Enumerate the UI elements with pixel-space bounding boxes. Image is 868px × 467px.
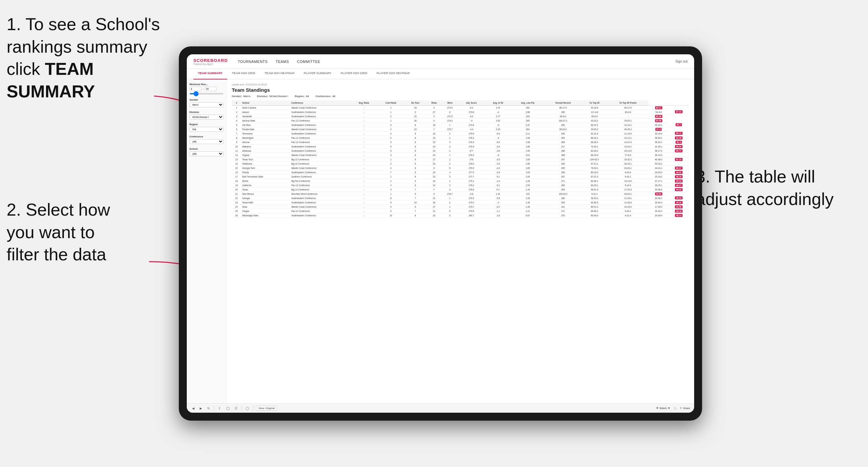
table-cell: 1 bbox=[442, 179, 458, 183]
nav-committee[interactable]: COMMITTEE bbox=[297, 58, 320, 65]
table-cell: 278.2 bbox=[458, 183, 485, 187]
min-rounds-max-input[interactable] bbox=[205, 87, 217, 91]
sign-out-button[interactable]: Sign out bbox=[675, 60, 687, 63]
table-cell: 1.39 bbox=[511, 205, 545, 209]
table-cell: 48.13 bbox=[669, 213, 689, 218]
table-cell: - bbox=[350, 192, 377, 196]
rounds-slider-container bbox=[189, 92, 223, 95]
toolbar-share-ios[interactable]: ⇧ bbox=[217, 406, 222, 411]
table-cell: 9 bbox=[405, 205, 426, 209]
table-cell: 7 bbox=[405, 196, 426, 200]
table-cell: 1.98 bbox=[511, 140, 545, 145]
filter-division-value: NCAA Division I bbox=[270, 95, 288, 98]
table-cell: 82-28-2 bbox=[582, 149, 608, 153]
tab-team-h2h-heatmap[interactable]: TEAM H2H HEATMAP bbox=[260, 69, 299, 80]
table-cell: 16 bbox=[232, 170, 241, 175]
table-cell: 10-23-0 bbox=[608, 205, 648, 209]
table-cell: - bbox=[350, 110, 377, 114]
toolbar-sep-3 bbox=[253, 406, 253, 411]
table-cell: 60-39-2 bbox=[582, 213, 608, 218]
table-cell: Pac-12 Conference bbox=[290, 183, 351, 187]
table-row: 26Mississippi StateSoutheastern Conferen… bbox=[232, 213, 689, 218]
watch-button[interactable]: 👁 Watch ▼ bbox=[656, 407, 670, 410]
table-cell: - bbox=[350, 149, 377, 153]
table-cell: 279.1 bbox=[458, 179, 485, 183]
table-cell: 95-29-2 bbox=[545, 127, 582, 131]
tab-player-h2h-heatmap[interactable]: PLAYER H2H HEATMAP bbox=[372, 69, 415, 80]
table-cell: 6 bbox=[405, 123, 426, 127]
table-cell: 104-42-3 bbox=[582, 157, 608, 162]
table-cell: Pac-12 Conference bbox=[290, 136, 351, 140]
table-cell: 15-32-2 bbox=[608, 157, 648, 162]
toolbar-comment[interactable]: □ bbox=[673, 406, 677, 411]
table-cell: -1.1 bbox=[485, 209, 511, 213]
toolbar-sep-1 bbox=[214, 406, 214, 411]
table-row: 11ArkansasSoutheastern Conference-682412… bbox=[232, 149, 689, 153]
tab-team-h2h-grid[interactable]: TEAM H2H GRID bbox=[227, 69, 260, 80]
toolbar-back[interactable]: ◀ bbox=[191, 406, 196, 411]
table-cell: 23-18-2 bbox=[648, 175, 669, 179]
tab-player-summary[interactable]: PLAYER SUMMARY bbox=[299, 69, 336, 80]
table-cell: 276.9 bbox=[458, 166, 485, 170]
division-select[interactable]: NCAA Division I NCAA Division II NCAA Di… bbox=[189, 115, 223, 120]
table-cell: 11-29-1 bbox=[608, 196, 648, 200]
table-cell: Auburn bbox=[241, 110, 290, 114]
table-cell: Ole Miss bbox=[241, 123, 290, 127]
table-title: Team Standings bbox=[232, 87, 689, 93]
table-cell: Southeastern Conference bbox=[290, 213, 351, 218]
table-cell: 20-39-1 bbox=[648, 196, 669, 200]
toolbar-clock[interactable]: ◯ bbox=[244, 406, 250, 411]
table-row: 7TennesseeSoutheastern Conference-481822… bbox=[232, 131, 689, 136]
table-cell: 217 bbox=[545, 145, 582, 149]
table-cell: 277 bbox=[458, 149, 485, 153]
table-cell: 15 bbox=[232, 166, 241, 170]
table-cell: Southern Conference bbox=[290, 175, 351, 179]
table-cell: 1.90 bbox=[511, 149, 545, 153]
standings-table: # School Conference Avg. Rank Conf Rank … bbox=[232, 100, 689, 218]
table-cell: 8 bbox=[405, 136, 426, 140]
table-cell: 13-24-1 bbox=[608, 145, 648, 149]
table-cell: 48.54 bbox=[669, 196, 689, 200]
table-cell: -5.1 bbox=[485, 175, 511, 179]
school-select[interactable]: (All) bbox=[189, 151, 223, 156]
instruction-2-line3: filter the data bbox=[7, 245, 106, 264]
table-cell: 1 bbox=[377, 119, 405, 123]
toolbar-tabs[interactable]: ☷ bbox=[234, 406, 239, 411]
table-row: 19CaliforniaPac-12 Conference-48242278.2… bbox=[232, 183, 689, 187]
table-cell: 2 bbox=[442, 200, 458, 205]
view-original-button[interactable]: View: Original bbox=[256, 406, 277, 411]
table-cell: 267 bbox=[545, 175, 582, 179]
share-button[interactable]: ⇪ Share bbox=[680, 407, 690, 410]
table-cell: 13 bbox=[232, 157, 241, 162]
table-cell: -6.2 bbox=[458, 114, 485, 119]
table-row: 15Georgia TechAtlantic Coast Conference-… bbox=[232, 166, 689, 170]
nav-teams[interactable]: TEAMS bbox=[276, 58, 289, 65]
table-cell: Texas bbox=[241, 187, 290, 192]
table-cell: 27 bbox=[426, 110, 442, 114]
main-content: Minimum Rou... - Gender Men's Women's bbox=[187, 80, 694, 403]
gender-select[interactable]: Men's Women's bbox=[189, 102, 223, 107]
table-cell: 1.21 bbox=[511, 209, 545, 213]
table-cell: -1.8 bbox=[485, 213, 511, 218]
tab-team-summary[interactable]: TEAM SUMMARY bbox=[193, 69, 227, 80]
conference-select[interactable]: (All) bbox=[189, 139, 223, 144]
toolbar-bookmark[interactable]: ◯ bbox=[225, 406, 231, 411]
region-select[interactable]: N/A All bbox=[189, 127, 223, 132]
table-cell: 4 bbox=[232, 119, 241, 123]
table-cell: 1 bbox=[442, 153, 458, 157]
table-cell: 268 bbox=[545, 140, 582, 145]
toolbar-reload[interactable]: ↻ bbox=[206, 406, 211, 411]
table-cell: 12-14-1 bbox=[608, 123, 648, 127]
table-cell: - bbox=[669, 153, 689, 157]
table-cell: 267 bbox=[545, 157, 582, 162]
rounds-slider[interactable] bbox=[189, 93, 223, 94]
table-cell: Big Ten Conference bbox=[290, 179, 351, 183]
table-cell: 278.7 bbox=[442, 192, 458, 196]
nav-tournaments[interactable]: TOURNAMENTS bbox=[238, 58, 268, 65]
tab-player-h2h-grid[interactable]: PLAYER H2H GRID bbox=[336, 69, 372, 80]
table-cell: 4 bbox=[442, 140, 458, 145]
min-rounds-min-input[interactable] bbox=[189, 87, 202, 91]
table-cell: 21 bbox=[426, 196, 442, 200]
sidebar: Minimum Rou... - Gender Men's Women's bbox=[187, 80, 226, 403]
toolbar-forward[interactable]: ▶ bbox=[198, 406, 203, 411]
